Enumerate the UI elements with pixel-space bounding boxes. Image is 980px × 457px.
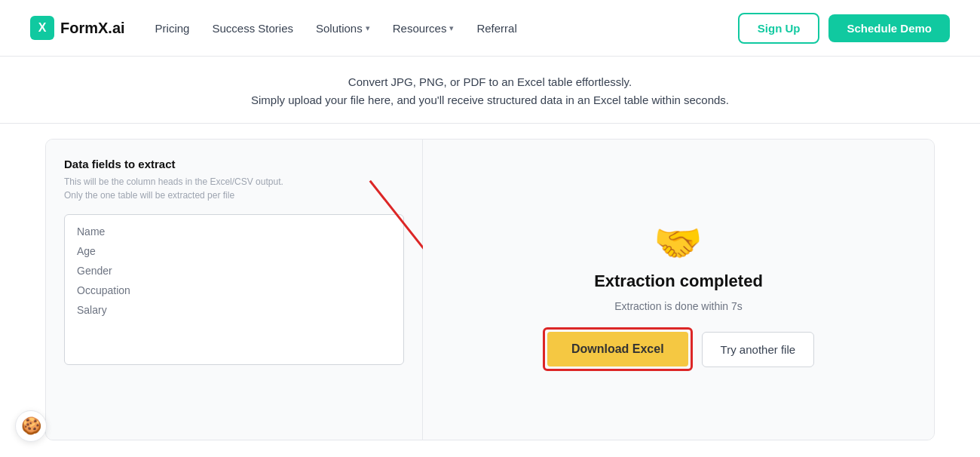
logo-icon: X <box>30 16 54 40</box>
logo[interactable]: X FormX.ai <box>30 16 125 40</box>
left-panel: Data fields to extract This will be the … <box>46 140 423 440</box>
nav-item-resources[interactable]: Resources ▾ <box>393 22 455 35</box>
header-left: X FormX.ai Pricing Success Stories Solut… <box>30 16 517 40</box>
fields-box: Name Age Gender Occupation Salary <box>64 214 404 365</box>
field-age: Age <box>77 245 391 257</box>
chevron-down-icon: ▾ <box>449 23 454 33</box>
nav-item-success-stories[interactable]: Success Stories <box>212 22 293 35</box>
extraction-title: Extraction completed <box>594 271 763 291</box>
action-buttons: Download Excel Try another file <box>543 327 814 371</box>
header: X FormX.ai Pricing Success Stories Solut… <box>0 0 980 57</box>
hero-section: Convert JPG, PNG, or PDF to an Excel tab… <box>0 57 980 124</box>
extraction-section: 🤝 Extraction completed Extraction is don… <box>543 223 814 371</box>
download-excel-button[interactable]: Download Excel <box>547 332 688 367</box>
field-name: Name <box>77 225 391 238</box>
header-right: Sign Up Schedule Demo <box>738 13 950 44</box>
main-content: Data fields to extract This will be the … <box>45 139 935 440</box>
nav-item-referral[interactable]: Referral <box>476 22 516 35</box>
cookie-consent-button[interactable]: 🍪 <box>15 410 47 442</box>
hero-line1: Convert JPG, PNG, or PDF to an Excel tab… <box>0 73 980 91</box>
signup-button[interactable]: Sign Up <box>738 13 820 44</box>
cookie-icon: 🍪 <box>21 416 41 436</box>
field-gender: Gender <box>77 265 391 277</box>
chevron-down-icon: ▾ <box>366 23 370 33</box>
nav: Pricing Success Stories Solutions ▾ Reso… <box>155 22 517 35</box>
nav-item-pricing[interactable]: Pricing <box>155 22 190 35</box>
logo-name: FormX.ai <box>60 20 125 37</box>
schedule-demo-button[interactable]: Schedule Demo <box>828 14 950 42</box>
right-panel: 🤝 Extraction completed Extraction is don… <box>423 140 934 440</box>
try-another-button[interactable]: Try another file <box>702 332 815 367</box>
handshake-icon: 🤝 <box>654 223 703 262</box>
field-occupation: Occupation <box>77 284 391 296</box>
panel-title: Data fields to extract <box>64 158 404 170</box>
field-salary: Salary <box>77 304 391 316</box>
hero-line2: Simply upload your file here, and you'll… <box>0 91 980 109</box>
extraction-subtitle: Extraction is done within 7s <box>614 300 743 312</box>
panel-subtitle: This will be the column heads in the Exc… <box>64 175 404 202</box>
download-button-wrapper: Download Excel <box>543 327 693 371</box>
nav-item-solutions[interactable]: Solutions ▾ <box>316 22 370 35</box>
